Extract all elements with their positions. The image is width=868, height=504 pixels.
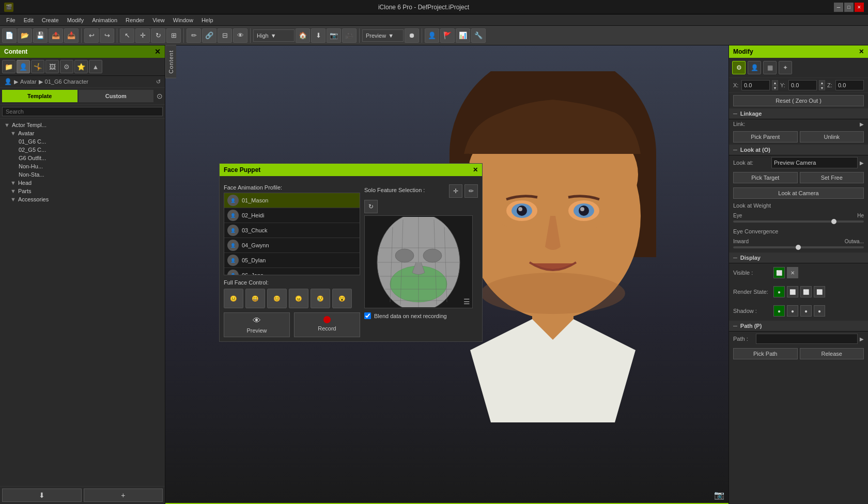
toolbar-cam2[interactable]: 🎥 [342,28,357,43]
toolbar-align[interactable]: ⊟ [218,28,232,43]
fp-face-icon-3[interactable]: 😠 [289,289,308,308]
menu-create[interactable]: Create [38,16,63,24]
toolbar-move[interactable]: ✛ [135,28,150,43]
menu-render[interactable]: Render [121,16,148,24]
menu-animation[interactable]: Animation [88,16,121,24]
toolbar-cam1[interactable]: 📷 [327,28,341,43]
fp-profile-item-chuck[interactable]: 👤 03_Chuck [224,223,360,238]
toolbar-table[interactable]: 📊 [456,28,470,43]
custom-button[interactable]: Custom [79,90,154,102]
breadcrumb-avatar[interactable]: Avatar [20,78,37,85]
toolbar-home[interactable]: 🏠 [296,28,310,43]
fp-profile-item-dylan[interactable]: 👤 05_Dylan [224,253,360,268]
path-arrow-icon[interactable]: ▶ [860,336,864,342]
lookat-value-input[interactable] [771,157,858,168]
fp-face-icon-0[interactable]: 😐 [224,289,243,308]
add-button[interactable]: + [84,489,163,502]
tree-item-nonhu[interactable]: Non-Hu... [2,162,163,170]
release-button[interactable]: Release [800,348,864,359]
toolbar-link[interactable]: 🔗 [202,28,216,43]
render-full-icon[interactable]: ● [773,286,785,297]
close-button[interactable]: ✕ [855,3,864,12]
modify-icon-star[interactable]: ✦ [779,61,792,74]
toolbar-flag[interactable]: 🚩 [440,28,455,43]
visible-on-icon[interactable]: ⬜ [773,267,785,278]
linkage-section-header[interactable]: ─ Linkage [729,108,868,119]
tree-item-01g6[interactable]: 01_G6 C... [2,137,163,146]
content-side-tab[interactable]: Content [165,45,176,78]
fp-profile-item-heidi[interactable]: 👤 02_Heidi [224,208,360,223]
fp-solo-rotate-icon[interactable]: ↻ [364,200,378,213]
breadcrumb-refresh-icon[interactable]: ↺ [156,78,161,85]
tab-gesture-icon[interactable]: 🤸 [31,60,44,73]
lookat-camera-button[interactable]: Look at Camera [733,187,864,199]
path-section-header[interactable]: ─ Path (P) [729,321,868,332]
toolbar-new[interactable]: 📄 [2,28,17,43]
tree-item-g6outfit[interactable]: G6 Outfit... [2,154,163,162]
visible-off-icon[interactable]: ✕ [787,267,798,278]
eye-head-track[interactable] [733,220,864,223]
template-button[interactable]: Template [2,90,78,102]
fp-profile-item-jana[interactable]: 👤 06_Jana [224,268,360,275]
fp-blend-checkbox[interactable] [364,312,371,319]
toolbar-save[interactable]: 💾 [33,28,48,43]
viewport[interactable]: Fps: 60.00 [165,45,729,504]
tree-item-02g5[interactable]: 02_G5 C... [2,146,163,154]
fp-face-icon-5[interactable]: 😮 [332,289,352,308]
tab-shapes-icon[interactable]: ▲ [89,60,102,73]
set-free-button[interactable]: Set Free [800,172,864,183]
unlink-button[interactable]: Unlink [800,131,864,143]
fp-profile-item-gwynn[interactable]: 👤 04_Gwynn [224,238,360,253]
xyz-y-down[interactable]: ▼ [819,85,825,90]
tree-item-parts[interactable]: ▼ Parts [2,187,163,195]
path-value-input[interactable] [756,334,858,344]
maximize-button[interactable]: □ [844,3,854,12]
toolbar-import[interactable]: 📥 [64,28,79,43]
fp-solo-move-icon[interactable]: ✛ [449,184,462,198]
tree-item-accessories[interactable]: ▼ Accessories [2,195,163,203]
xyz-x-up[interactable]: ▲ [772,80,778,85]
modify-close-icon[interactable]: ✕ [859,48,864,55]
render-solid-icon[interactable]: ⬜ [800,286,812,297]
toolbar-record[interactable]: ⏺ [405,28,419,43]
xyz-z-input[interactable] [835,80,864,90]
search-input[interactable] [2,107,163,116]
shadow-off-icon[interactable]: ● [814,305,825,317]
fp-face-icon-4[interactable]: 😢 [311,289,330,308]
render-wire-icon[interactable]: ⬜ [787,286,798,297]
render-ghost-icon[interactable]: ⬜ [814,286,825,297]
xyz-y-input[interactable] [788,80,817,90]
reset-zero-button[interactable]: Reset ( Zero Out ) [733,95,864,106]
lookat-arrow-icon[interactable]: ▶ [860,160,864,166]
menu-edit[interactable]: Edit [20,16,38,24]
tab-image-icon[interactable]: 🖼 [45,60,59,73]
link-arrow-icon[interactable]: ▶ [860,121,864,127]
toolbar-redo[interactable]: ↪ [100,28,114,43]
fp-record-button[interactable]: Record [294,312,360,337]
menu-modify[interactable]: Modify [63,16,88,24]
tree-item-nonsta[interactable]: Non-Sta... [2,170,163,179]
xyz-x-input[interactable] [741,80,770,90]
xyz-y-up[interactable]: ▲ [819,80,825,85]
modify-icon-person[interactable]: 👤 [748,61,761,74]
fp-solo-edit-icon[interactable]: ✏ [464,184,478,198]
fp-preview-button[interactable]: 👁 Preview [224,312,290,337]
toolbar-rotate[interactable]: ↻ [151,28,165,43]
menu-file[interactable]: File [2,16,20,24]
pick-path-button[interactable]: Pick Path [733,348,798,359]
convergence-thumb[interactable] [796,245,801,250]
fp-face-icon-2[interactable]: 😊 [267,289,287,308]
toolbar-pencil[interactable]: ✏ [187,28,201,43]
template-settings-icon[interactable]: ⊙ [157,92,163,100]
tab-avatar-icon[interactable]: 👤 [17,60,30,73]
fp-face-list-icon[interactable]: ☰ [463,297,470,306]
xyz-x-down[interactable]: ▼ [772,85,778,90]
fp-face-icon-1[interactable]: 😀 [245,289,265,308]
menu-view[interactable]: View [148,16,169,24]
move-down-button[interactable]: ⬇ [2,489,82,502]
content-close-icon[interactable]: ✕ [154,48,161,56]
toolbar-select[interactable]: ↖ [120,28,134,43]
tab-folder-icon[interactable]: 📁 [2,60,16,73]
toolbar-down[interactable]: ⬇ [311,28,326,43]
toolbar-eye[interactable]: 👁 [233,28,247,43]
